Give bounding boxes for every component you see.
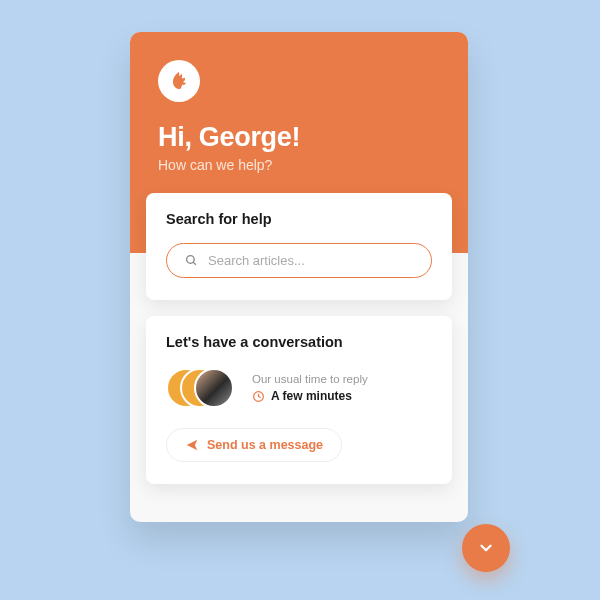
reply-time-text: A few minutes [271, 389, 352, 403]
send-message-button[interactable]: Send us a message [166, 428, 342, 462]
collapse-button[interactable] [462, 524, 510, 572]
chevron-down-icon [477, 539, 495, 557]
conversation-card-title: Let's have a conversation [166, 334, 432, 350]
reply-time-row: A few minutes [252, 389, 432, 403]
leaf-icon [167, 69, 191, 93]
avatar-stack [166, 366, 238, 410]
svg-point-0 [187, 256, 195, 264]
send-button-label: Send us a message [207, 438, 323, 452]
brand-logo [158, 60, 200, 102]
search-icon [185, 254, 198, 267]
reply-info: Our usual time to reply A few minutes [252, 373, 432, 403]
clock-icon [252, 390, 265, 403]
greeting-text: Hi, George! [158, 122, 440, 153]
svg-line-1 [193, 262, 196, 265]
send-icon [185, 438, 199, 452]
subtitle-text: How can we help? [158, 157, 440, 173]
avatar [194, 368, 234, 408]
card-container: Search for help Let's have a conversatio… [130, 193, 468, 522]
search-box[interactable] [166, 243, 432, 278]
search-card: Search for help [146, 193, 452, 300]
conversation-card: Let's have a conversation Our usual time… [146, 316, 452, 484]
help-widget: Hi, George! How can we help? Search for … [130, 32, 468, 522]
search-input[interactable] [208, 253, 413, 268]
search-card-title: Search for help [166, 211, 432, 227]
conversation-info-row: Our usual time to reply A few minutes [166, 366, 432, 410]
reply-label: Our usual time to reply [252, 373, 432, 385]
